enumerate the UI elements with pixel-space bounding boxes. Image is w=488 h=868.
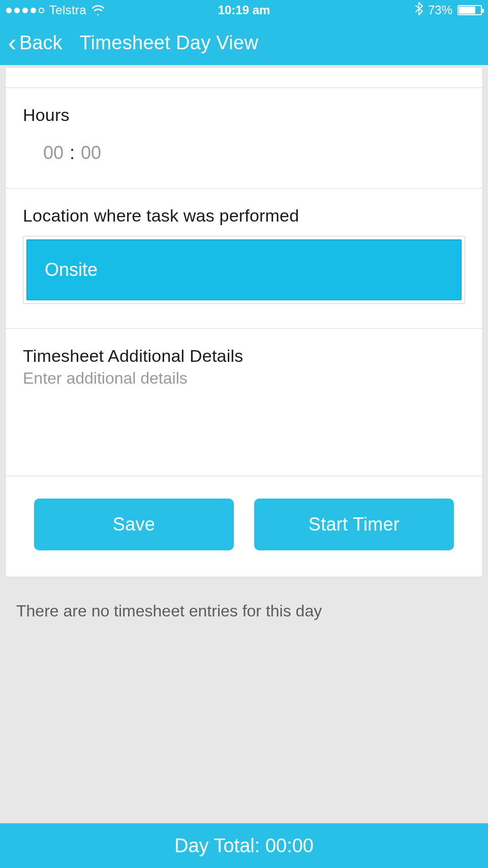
nav-bar: ‹ Back Timesheet Day View [0,20,488,65]
location-section: Location where task was performed Onsite [6,189,482,329]
save-button[interactable]: Save [34,499,234,550]
location-option-onsite[interactable]: Onsite [26,239,462,300]
details-label: Timesheet Additional Details [23,346,465,366]
chevron-left-icon: ‹ [8,30,16,55]
card-top-spacer [6,68,482,88]
details-textarea[interactable]: Enter additional details [23,369,465,388]
start-timer-button[interactable]: Start Timer [254,499,454,550]
status-time: 10:19 am [218,3,270,17]
status-bar: Telstra 10:19 am 73% [0,0,488,20]
empty-entries-message: There are no timesheet entries for this … [5,577,483,641]
bluetooth-icon [415,2,423,18]
details-section[interactable]: Timesheet Additional Details Enter addit… [6,329,482,476]
battery-icon [458,5,482,15]
hours-colon: : [70,142,75,164]
back-button[interactable]: ‹ Back [8,30,62,55]
actions-section: Save Start Timer [6,476,482,577]
back-button-label: Back [19,32,62,54]
status-left: Telstra [6,3,105,17]
wifi-icon [92,5,105,15]
hours-mm: 00 [81,142,101,164]
carrier-label: Telstra [49,3,86,17]
location-segmented-control[interactable]: Onsite [23,236,465,304]
day-total-label: Day Total: [174,835,260,857]
hours-label: Hours [23,105,465,125]
page-title: Timesheet Day View [79,32,258,54]
hours-hh: 00 [43,142,64,164]
status-right: 73% [415,2,482,18]
location-selected-label: Onsite [45,259,98,281]
signal-strength-icon [6,8,44,13]
hours-picker[interactable]: 00 : 00 [23,142,465,164]
hours-section: Hours 00 : 00 [6,88,482,189]
timesheet-form-card: Hours 00 : 00 Location where task was pe… [5,67,483,577]
content-area: Hours 00 : 00 Location where task was pe… [0,65,488,823]
day-total-bar: Day Total: 00:00 [0,823,488,868]
location-label: Location where task was performed [23,206,465,226]
battery-percentage: 73% [428,3,452,17]
day-total-value: 00:00 [265,835,314,857]
